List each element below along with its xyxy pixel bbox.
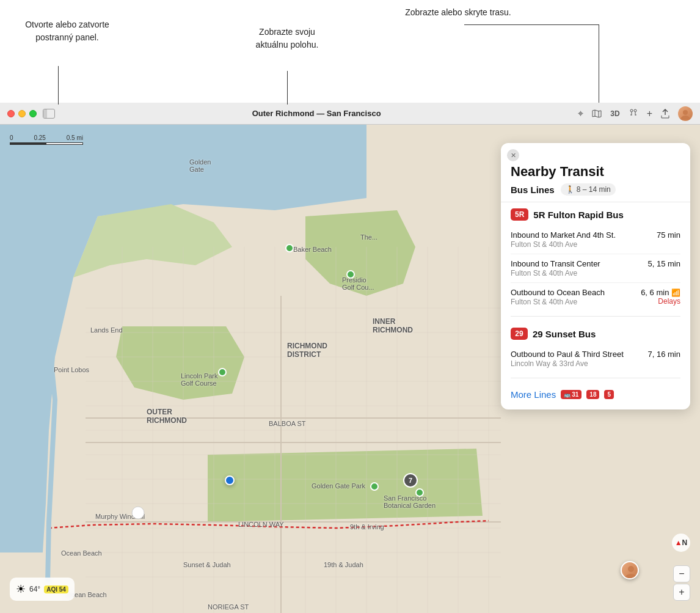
user-avatar[interactable]: [678, 106, 693, 121]
sidebar-toggle-button[interactable]: [43, 109, 55, 119]
poi-botanical[interactable]: [415, 488, 424, 497]
trip-info-29-0: Outbound to Paul & Third Street Lincoln …: [511, 350, 643, 368]
bus-line-header-5r[interactable]: 5R 5R Fulton Rapid Bus: [511, 208, 680, 221]
trip-direction: Inbound to Transit Center: [511, 259, 643, 268]
delay-signal-icon: 📶: [671, 288, 680, 297]
scale-label-025: 0.25: [34, 134, 45, 141]
trip-time-5r-2: 6, 6 min 📶: [641, 288, 680, 297]
panel-subtitle: Bus Lines: [511, 185, 555, 195]
aqi-badge: AQI 54: [44, 585, 68, 593]
bus-7-marker[interactable]: 7: [403, 473, 418, 488]
route-annotation-line: [599, 24, 599, 103]
window-title: Outer Richmond — San Francisco: [55, 109, 578, 118]
scale-bar-line: [10, 142, 83, 145]
trip-direction: Outbound to Ocean Beach: [511, 288, 636, 297]
bus-line-header-29[interactable]: 29 29 Sunset Bus: [511, 328, 680, 340]
more-lines-link[interactable]: More Lines: [511, 389, 556, 400]
trip-row-29-0[interactable]: Outbound to Paul & Third Street Lincoln …: [511, 345, 680, 373]
more-lines-divider: [511, 378, 680, 378]
bus-section-29: 29 29 Sunset Bus Outbound to Paul & Thir…: [501, 321, 690, 373]
murphy-windmill-icon[interactable]: 🌀: [131, 506, 145, 519]
svg-point-2: [630, 109, 633, 112]
trip-stop: Fulton St & 40th Ave: [511, 269, 643, 277]
transit-icon[interactable]: [629, 109, 638, 119]
more-lines-row: More Lines 🚌 31 18 5: [501, 383, 690, 402]
zoom-plus-button[interactable]: +: [673, 584, 690, 601]
trip-direction: Inbound to Market And 4th St.: [511, 230, 652, 240]
poi-baker-beach[interactable]: [285, 244, 294, 252]
compass-label: N: [682, 538, 688, 547]
trip-info-5r-2: Outbound to Ocean Beach Fulton St & 40th…: [511, 288, 636, 306]
chip-number-5: 5: [607, 391, 611, 398]
panel-close-button[interactable]: ✕: [507, 149, 519, 161]
poi-presidio[interactable]: [346, 270, 355, 279]
compass[interactable]: ▲ N: [672, 534, 690, 552]
map-zoom-controls: − +: [673, 565, 690, 601]
map-icon[interactable]: [592, 109, 602, 119]
trip-info-5r-0: Inbound to Market And 4th St. Fulton St …: [511, 230, 652, 249]
weather-temp: 64°: [29, 585, 40, 593]
chip-number-18: 18: [589, 391, 596, 398]
sidebar-annotation-text: Otvorte alebo zatvortepostranný panel.: [18, 18, 116, 44]
trip-time-delay-container: 6, 6 min 📶 Delays: [641, 288, 680, 306]
walk-time-badge: 🚶 8 – 14 min: [561, 183, 616, 196]
svg-point-37: [628, 566, 634, 572]
titlebar-controls: ⌖ 3D +: [578, 106, 693, 121]
poi-lincoln-park[interactable]: [218, 368, 227, 376]
bus-section-5r: 5R 5R Fulton Rapid Bus Inbound to Market…: [501, 202, 690, 311]
share-icon[interactable]: [661, 109, 669, 119]
compass-n-label: ▲: [675, 538, 682, 547]
sidebar-annotation-line: [58, 66, 59, 105]
close-button[interactable]: [7, 110, 15, 117]
trip-row-5r-0[interactable]: Inbound to Market And 4th St. Fulton St …: [511, 226, 680, 254]
route-annotation-line-h: [464, 24, 599, 25]
fullscreen-button[interactable]: [29, 110, 37, 117]
trip-direction: Outbound to Paul & Third Street: [511, 350, 643, 359]
walk-time-text: 8 – 14 min: [577, 185, 611, 194]
user-avatar-map: [621, 561, 639, 579]
add-button[interactable]: +: [647, 108, 652, 119]
chip-number-31: 31: [572, 391, 578, 398]
more-lines-chip-5[interactable]: 5: [604, 390, 614, 399]
zoom-minus-button[interactable]: −: [673, 565, 690, 582]
trip-time-5r-1: 5, 15 min: [648, 259, 680, 268]
user-location-dot: [225, 475, 235, 485]
titlebar: Outer Richmond — San Francisco ⌖ 3D +: [0, 103, 700, 125]
trip-time-29-0: 7, 16 min: [648, 350, 680, 359]
location-icon[interactable]: ⌖: [578, 108, 583, 119]
three-d-button[interactable]: 3D: [610, 109, 619, 118]
trip-stop: Fulton St & 40th Ave: [511, 298, 636, 306]
more-lines-chip-muni[interactable]: 🚌 31: [561, 390, 582, 399]
panel-title: Nearby Transit: [501, 154, 690, 180]
bus-name-5r: 5R Fulton Rapid Bus: [533, 210, 624, 220]
trip-delay-text: Delays: [641, 297, 680, 306]
transit-panel: ✕ Nearby Transit Bus Lines 🚶 8 – 14 min …: [501, 143, 690, 409]
minimize-button[interactable]: [18, 110, 26, 117]
scale-bar-labels: 0 0.25 0.5 mi: [10, 134, 83, 141]
weather-icon: ☀: [16, 582, 26, 596]
trip-stop: Lincoln Way & 33rd Ave: [511, 359, 643, 368]
traffic-lights: [7, 110, 37, 117]
trip-row-5r-2[interactable]: Outbound to Ocean Beach Fulton St & 40th…: [511, 283, 680, 311]
scale-bar: 0 0.25 0.5 mi: [10, 134, 83, 145]
weather-widget: ☀ 64° AQI 54: [10, 578, 75, 601]
muni-icon: 🚌: [564, 392, 571, 398]
trip-row-5r-1[interactable]: Inbound to Transit Center Fulton St & 40…: [511, 254, 680, 283]
svg-point-3: [634, 109, 636, 112]
annotation-overlay: Otvorte alebo zatvortepostranný panel. Z…: [0, 0, 700, 104]
trip-info-5r-1: Inbound to Transit Center Fulton St & 40…: [511, 259, 643, 277]
svg-point-4: [683, 110, 688, 115]
map-area[interactable]: GoldenGate Baker Beach PresidioGolf Cou.…: [0, 125, 700, 613]
more-lines-chip-18[interactable]: 18: [586, 390, 599, 399]
bus-name-29: 29 Sunset Bus: [533, 329, 596, 339]
location-annotation-line: [287, 71, 288, 105]
trip-time-5r-0: 75 min: [657, 230, 680, 240]
poi-golden-gate-park[interactable]: [370, 482, 379, 491]
panel-subtitle-row: Bus Lines 🚶 8 – 14 min: [501, 180, 690, 202]
bus-badge-29: 29: [511, 328, 528, 340]
section-divider: [511, 316, 680, 317]
scale-label-0: 0: [10, 134, 13, 141]
trip-stop: Fulton St & 40th Ave: [511, 240, 652, 249]
route-annotation-text: Zobrazte alebo skryte trasu.: [373, 6, 544, 19]
svg-point-35: [132, 507, 144, 519]
